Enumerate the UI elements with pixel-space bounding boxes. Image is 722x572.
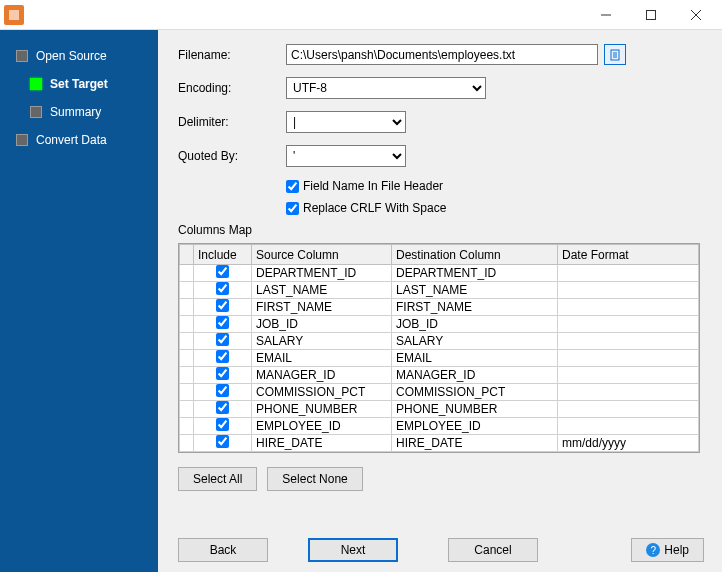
include-checkbox[interactable] xyxy=(216,265,229,278)
wizard-sidebar: Open Source Set Target Summary Convert D… xyxy=(0,30,158,572)
close-button[interactable] xyxy=(673,0,718,30)
table-row[interactable]: EMAILEMAIL xyxy=(180,350,699,367)
grid-header-destination[interactable]: Destination Column xyxy=(392,245,558,265)
cancel-button[interactable]: Cancel xyxy=(448,538,538,562)
row-handle[interactable] xyxy=(180,333,194,350)
row-handle[interactable] xyxy=(180,401,194,418)
quoted-by-select[interactable]: ' xyxy=(286,145,406,167)
sidebar-item-set-target[interactable]: Set Target xyxy=(0,70,158,98)
source-column-cell[interactable]: PHONE_NUMBER xyxy=(252,401,392,418)
row-handle[interactable] xyxy=(180,282,194,299)
source-column-cell[interactable]: EMPLOYEE_ID xyxy=(252,418,392,435)
include-checkbox[interactable] xyxy=(216,367,229,380)
browse-file-button[interactable] xyxy=(604,44,626,65)
table-row[interactable]: LAST_NAMELAST_NAME xyxy=(180,282,699,299)
delimiter-label: Delimiter: xyxy=(178,115,286,129)
grid-header-date-format[interactable]: Date Format xyxy=(558,245,699,265)
source-column-cell[interactable]: HIRE_DATE xyxy=(252,435,392,452)
filename-input[interactable] xyxy=(286,44,598,65)
destination-column-cell[interactable]: MANAGER_ID xyxy=(392,367,558,384)
row-handle[interactable] xyxy=(180,367,194,384)
sidebar-item-summary[interactable]: Summary xyxy=(0,98,158,126)
date-format-cell[interactable] xyxy=(558,367,699,384)
date-format-cell[interactable] xyxy=(558,333,699,350)
sidebar-item-label: Convert Data xyxy=(36,133,107,147)
source-column-cell[interactable]: LAST_NAME xyxy=(252,282,392,299)
date-format-cell[interactable]: mm/dd/yyyy xyxy=(558,435,699,452)
source-column-cell[interactable]: COMMISSION_PCT xyxy=(252,384,392,401)
select-none-button[interactable]: Select None xyxy=(267,467,362,491)
source-column-cell[interactable]: DEPARTMENT_ID xyxy=(252,265,392,282)
content-pane: Filename: Encoding: UTF-8 Delimiter: | Q… xyxy=(158,30,722,572)
sidebar-item-convert-data[interactable]: Convert Data xyxy=(0,126,158,154)
table-row[interactable]: JOB_IDJOB_ID xyxy=(180,316,699,333)
table-row[interactable]: DEPARTMENT_IDDEPARTMENT_ID xyxy=(180,265,699,282)
destination-column-cell[interactable]: HIRE_DATE xyxy=(392,435,558,452)
destination-column-cell[interactable]: LAST_NAME xyxy=(392,282,558,299)
destination-column-cell[interactable]: COMMISSION_PCT xyxy=(392,384,558,401)
replace-crlf-label: Replace CRLF With Space xyxy=(303,201,446,215)
date-format-cell[interactable] xyxy=(558,350,699,367)
row-handle[interactable] xyxy=(180,384,194,401)
include-checkbox[interactable] xyxy=(216,333,229,346)
next-button[interactable]: Next xyxy=(308,538,398,562)
grid-header-include[interactable]: Include xyxy=(194,245,252,265)
maximize-button[interactable] xyxy=(628,0,673,30)
include-checkbox[interactable] xyxy=(216,350,229,363)
back-button[interactable]: Back xyxy=(178,538,268,562)
destination-column-cell[interactable]: EMPLOYEE_ID xyxy=(392,418,558,435)
encoding-select[interactable]: UTF-8 xyxy=(286,77,486,99)
source-column-cell[interactable]: FIRST_NAME xyxy=(252,299,392,316)
include-checkbox[interactable] xyxy=(216,384,229,397)
minimize-button[interactable] xyxy=(583,0,628,30)
include-checkbox[interactable] xyxy=(216,282,229,295)
row-handle[interactable] xyxy=(180,265,194,282)
include-checkbox[interactable] xyxy=(216,418,229,431)
date-format-cell[interactable] xyxy=(558,299,699,316)
select-all-button[interactable]: Select All xyxy=(178,467,257,491)
source-column-cell[interactable]: EMAIL xyxy=(252,350,392,367)
destination-column-cell[interactable]: FIRST_NAME xyxy=(392,299,558,316)
date-format-cell[interactable] xyxy=(558,401,699,418)
destination-column-cell[interactable]: SALARY xyxy=(392,333,558,350)
date-format-cell[interactable] xyxy=(558,418,699,435)
include-checkbox[interactable] xyxy=(216,299,229,312)
include-checkbox[interactable] xyxy=(216,316,229,329)
row-handle[interactable] xyxy=(180,418,194,435)
table-row[interactable]: FIRST_NAMEFIRST_NAME xyxy=(180,299,699,316)
encoding-label: Encoding: xyxy=(178,81,286,95)
table-row[interactable]: PHONE_NUMBERPHONE_NUMBER xyxy=(180,401,699,418)
date-format-cell[interactable] xyxy=(558,282,699,299)
sidebar-item-label: Summary xyxy=(50,105,101,119)
row-handle[interactable] xyxy=(180,299,194,316)
sidebar-item-open-source[interactable]: Open Source xyxy=(0,42,158,70)
grid-header-source[interactable]: Source Column xyxy=(252,245,392,265)
destination-column-cell[interactable]: JOB_ID xyxy=(392,316,558,333)
columns-map-grid[interactable]: Include Source Column Destination Column… xyxy=(178,243,700,453)
sidebar-item-label: Open Source xyxy=(36,49,107,63)
date-format-cell[interactable] xyxy=(558,384,699,401)
source-column-cell[interactable]: SALARY xyxy=(252,333,392,350)
include-checkbox[interactable] xyxy=(216,401,229,414)
destination-column-cell[interactable]: PHONE_NUMBER xyxy=(392,401,558,418)
field-name-header-checkbox[interactable] xyxy=(286,180,299,193)
delimiter-select[interactable]: | xyxy=(286,111,406,133)
table-row[interactable]: COMMISSION_PCTCOMMISSION_PCT xyxy=(180,384,699,401)
help-button-label: Help xyxy=(664,543,689,557)
include-checkbox[interactable] xyxy=(216,435,229,448)
row-handle[interactable] xyxy=(180,316,194,333)
destination-column-cell[interactable]: DEPARTMENT_ID xyxy=(392,265,558,282)
table-row[interactable]: EMPLOYEE_IDEMPLOYEE_ID xyxy=(180,418,699,435)
destination-column-cell[interactable]: EMAIL xyxy=(392,350,558,367)
table-row[interactable]: HIRE_DATEHIRE_DATEmm/dd/yyyy xyxy=(180,435,699,452)
table-row[interactable]: MANAGER_IDMANAGER_ID xyxy=(180,367,699,384)
replace-crlf-checkbox[interactable] xyxy=(286,202,299,215)
date-format-cell[interactable] xyxy=(558,316,699,333)
table-row[interactable]: SALARYSALARY xyxy=(180,333,699,350)
date-format-cell[interactable] xyxy=(558,265,699,282)
source-column-cell[interactable]: MANAGER_ID xyxy=(252,367,392,384)
row-handle[interactable] xyxy=(180,350,194,367)
help-button[interactable]: ? Help xyxy=(631,538,704,562)
source-column-cell[interactable]: JOB_ID xyxy=(252,316,392,333)
row-handle[interactable] xyxy=(180,435,194,452)
